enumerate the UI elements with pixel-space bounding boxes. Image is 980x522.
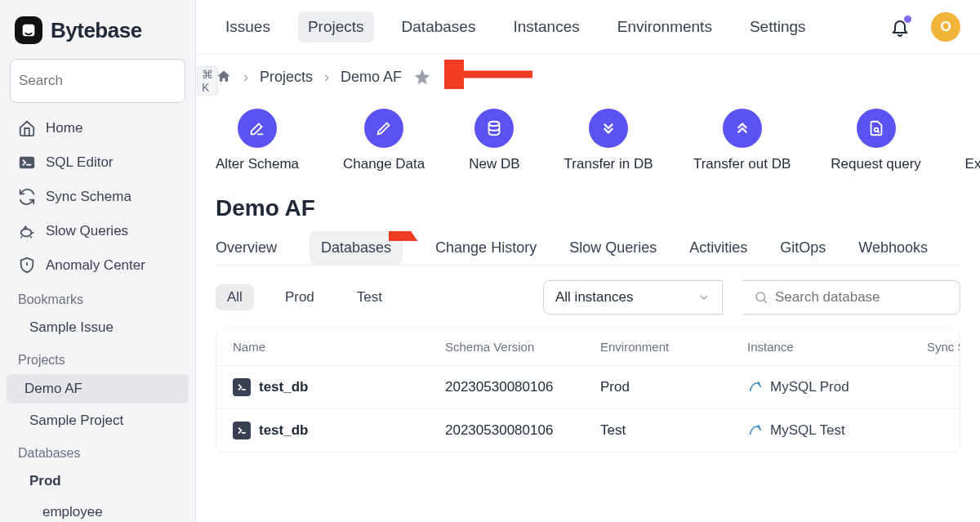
sidebar-project-sample[interactable]: Sample Project — [7, 407, 189, 435]
file-search-icon — [857, 109, 896, 148]
breadcrumb-current[interactable]: Demo AF — [341, 69, 402, 86]
topnav-environments[interactable]: Environments — [608, 11, 722, 42]
shield-alert-icon — [18, 257, 36, 274]
database-search-input[interactable] — [775, 289, 948, 306]
th-sync: Sync Status — [902, 340, 960, 354]
svg-point-1 — [25, 29, 28, 31]
action-change-data[interactable]: Change Data — [343, 109, 425, 172]
tab-activities[interactable]: Activities — [689, 231, 747, 265]
sidebar-item-sql-editor[interactable]: SQL Editor — [7, 147, 189, 178]
topnav-instances[interactable]: Instances — [503, 11, 589, 42]
svg-point-4 — [21, 229, 32, 236]
svg-point-6 — [489, 122, 500, 127]
action-new-db[interactable]: New DB — [469, 109, 519, 172]
sidebar: Bytebase ⌘ K Home SQL Editor Sync Schema… — [0, 0, 196, 522]
logo[interactable]: Bytebase — [7, 10, 189, 51]
sidebar-section-projects: Projects — [7, 345, 189, 371]
action-transfer-in[interactable]: Transfer in DB — [564, 109, 653, 172]
sidebar-db-group-prod[interactable]: Prod — [7, 467, 189, 495]
notification-dot — [904, 16, 911, 23]
sidebar-db-employee[interactable]: employee — [7, 498, 189, 522]
env-pill-prod[interactable]: Prod — [274, 284, 326, 310]
sidebar-item-label: SQL Editor — [46, 154, 114, 171]
action-alter-schema[interactable]: Alter Schema — [216, 109, 299, 172]
project-actions: Alter Schema Change Data New DB Transfer… — [216, 109, 960, 172]
star-icon[interactable] — [413, 68, 431, 86]
home-icon[interactable] — [216, 69, 232, 85]
th-schema: Schema Version — [445, 340, 592, 354]
sidebar-item-label: Anomaly Center — [46, 257, 145, 274]
table-header: Name Schema Version Environment Instance… — [216, 328, 960, 366]
topnav-projects[interactable]: Projects — [298, 11, 374, 42]
sidebar-item-sync-schema[interactable]: Sync Schema — [7, 181, 189, 212]
sidebar-item-anomaly-center[interactable]: Anomaly Center — [7, 250, 189, 281]
tab-overview[interactable]: Overview — [216, 231, 277, 265]
svg-rect-3 — [20, 157, 34, 169]
project-tabs: Overview Databases Change History Slow Q… — [216, 231, 960, 265]
logo-icon — [15, 16, 42, 44]
topnav-settings[interactable]: Settings — [740, 11, 816, 42]
tab-gitops[interactable]: GitOps — [780, 231, 826, 265]
database-icon — [474, 109, 514, 148]
env-pill-test[interactable]: Test — [345, 284, 394, 310]
table-row[interactable]: test_db 20230530080106 Test MySQL Test ✓ — [216, 409, 960, 452]
tab-slow-queries[interactable]: Slow Queries — [569, 231, 657, 265]
search-icon — [754, 290, 768, 305]
action-request-query[interactable]: Request query — [831, 109, 921, 172]
sidebar-item-label: Home — [46, 120, 82, 136]
home-icon — [18, 119, 36, 137]
sidebar-item-label: Sync Schema — [46, 189, 131, 205]
pencil-icon — [364, 109, 403, 148]
content-area: › Projects › Demo AF Alter Schema Change… — [196, 55, 980, 522]
notifications-button[interactable] — [887, 14, 913, 40]
th-name: Name — [233, 340, 437, 354]
svg-point-2 — [29, 29, 32, 31]
top-nav: Issues Projects Databases Instances Envi… — [196, 0, 980, 55]
terminal-icon — [233, 378, 251, 396]
databases-table: Name Schema Version Environment Instance… — [216, 328, 960, 453]
annotation-arrow — [444, 60, 534, 89]
tab-webhooks[interactable]: Webhooks — [858, 231, 928, 265]
sidebar-item-slow-queries[interactable]: Slow Queries — [7, 216, 189, 247]
sidebar-item-home[interactable]: Home — [7, 113, 189, 144]
breadcrumb-separator: › — [243, 69, 248, 86]
instance-filter[interactable]: All instances — [543, 280, 723, 315]
topnav-databases[interactable]: Databases — [392, 11, 486, 42]
mysql-icon — [747, 422, 764, 439]
search-input[interactable]: ⌘ K — [10, 59, 185, 103]
env-pill-all[interactable]: All — [216, 284, 254, 310]
chevron-down-icon — [697, 291, 710, 304]
th-env: Environment — [600, 340, 739, 354]
avatar[interactable]: O — [931, 12, 960, 42]
sidebar-project-demo-af[interactable]: Demo AF — [7, 374, 189, 404]
sidebar-item-label: Slow Queries — [46, 223, 128, 239]
sidebar-section-databases: Databases — [7, 438, 189, 464]
chevron-up-double-icon — [723, 109, 762, 148]
chevron-down-double-icon — [589, 109, 628, 148]
table-row[interactable]: test_db 20230530080106 Prod MySQL Prod ✓ — [216, 366, 960, 409]
breadcrumb-projects[interactable]: Projects — [260, 69, 313, 86]
breadcrumb-separator: › — [324, 69, 329, 86]
main: Issues Projects Databases Instances Envi… — [196, 0, 980, 522]
mysql-icon — [747, 379, 764, 395]
turtle-icon — [18, 222, 36, 240]
action-transfer-out[interactable]: Transfer out DB — [697, 109, 787, 172]
filter-row: All Prod Test All instances — [216, 280, 960, 315]
svg-point-9 — [756, 292, 765, 301]
th-instance: Instance — [747, 340, 894, 354]
sync-icon — [18, 188, 36, 206]
breadcrumb: › Projects › Demo AF — [216, 68, 960, 86]
topnav-issues[interactable]: Issues — [216, 11, 280, 42]
terminal-icon — [233, 422, 251, 439]
sidebar-bookmark-item[interactable]: Sample Issue — [7, 314, 189, 341]
svg-point-7 — [874, 128, 878, 132]
database-search[interactable] — [742, 280, 960, 315]
action-export-data[interactable]: Export data — [965, 109, 980, 172]
sidebar-section-bookmarks: Bookmarks — [7, 284, 189, 310]
search-field[interactable] — [19, 73, 192, 89]
terminal-icon — [18, 154, 36, 172]
page-title: Demo AF — [216, 195, 960, 221]
svg-line-8 — [395, 231, 450, 234]
annotation-arrow — [389, 231, 454, 241]
edit-square-icon — [238, 109, 277, 148]
